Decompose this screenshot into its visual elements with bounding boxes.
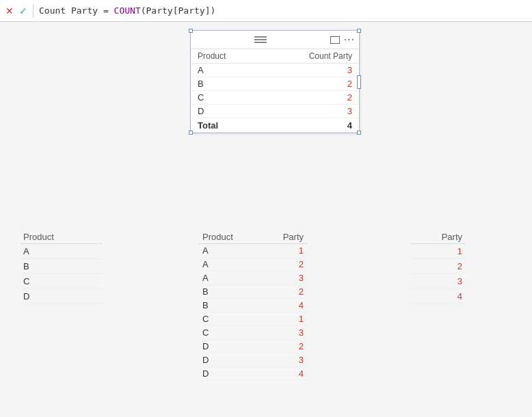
resize-handle-tr[interactable] — [357, 29, 361, 33]
list-item: 2 — [410, 259, 465, 274]
left-product-table: Product ABCD — [21, 230, 103, 304]
list-item: D2 — [198, 340, 308, 353]
confirm-icon[interactable]: ✓ — [19, 5, 27, 16]
more-options-icon[interactable]: ··· — [344, 33, 355, 46]
party-cell: 2 — [261, 258, 308, 271]
total-row: Total 4 — [191, 118, 359, 133]
resize-handle-tl[interactable] — [189, 29, 193, 33]
count-cell: 3 — [262, 105, 359, 118]
product-cell: B — [198, 299, 261, 312]
table-row: C2 — [191, 91, 359, 105]
party-cell: 4 — [261, 367, 308, 381]
product-cell: C — [191, 91, 262, 105]
cancel-icon[interactable]: ✕ — [5, 5, 14, 16]
expand-icon[interactable] — [330, 36, 340, 44]
main-content: ··· Product Count Party A3B2C2D3 Total 4 — [0, 22, 532, 417]
product-cell: C — [198, 312, 261, 326]
col-product-header: Product — [191, 49, 262, 64]
party-cell: 3 — [261, 326, 308, 340]
product-cell: A — [191, 64, 262, 77]
list-item: D3 — [198, 353, 308, 367]
list-item: 3 — [410, 274, 465, 289]
list-item: 4 — [410, 289, 465, 304]
list-item: B — [21, 259, 103, 274]
product-cell: B — [191, 77, 262, 91]
party-cell: 1 — [261, 244, 308, 258]
table-row: A3 — [191, 64, 359, 77]
data-table: Product Count Party A3B2C2D3 Total 4 — [191, 49, 359, 133]
party-cell: 2 — [261, 340, 308, 353]
formula-func: COUNT — [114, 5, 141, 16]
party-value: 2 — [410, 259, 465, 274]
party-value: 1 — [410, 244, 465, 259]
count-cell: 2 — [262, 91, 359, 105]
product-cell: C — [198, 326, 261, 340]
col-count-header: Count Party — [262, 49, 359, 64]
product-value: B — [21, 259, 103, 274]
formula-prefix: Count Party = — [39, 5, 114, 16]
resize-handle-bl[interactable] — [189, 131, 193, 135]
product-cell: B — [198, 285, 261, 299]
party-value: 3 — [410, 274, 465, 289]
list-item: D — [21, 289, 103, 304]
left-product-header: Product — [21, 230, 103, 244]
table-row: D3 — [191, 105, 359, 118]
list-item: D4 — [198, 367, 308, 381]
product-cell: D — [191, 105, 262, 118]
formula-bar-divider — [33, 4, 34, 18]
formula-bar: ✕ ✓ Count Party = COUNT(Party[Party]) — [0, 0, 532, 22]
product-value: D — [21, 289, 103, 304]
middle-product-header: Product — [198, 230, 261, 244]
total-label: Total — [191, 118, 262, 133]
formula-arg: (Party[Party]) — [141, 5, 216, 16]
count-cell: 2 — [262, 77, 359, 91]
count-cell: 3 — [262, 64, 359, 77]
list-item: C3 — [198, 326, 308, 340]
party-value: 4 — [410, 289, 465, 304]
list-item: A2 — [198, 258, 308, 271]
party-cell: 1 — [261, 312, 308, 326]
table-row: B2 — [191, 77, 359, 91]
party-cell: 3 — [261, 271, 308, 285]
middle-party-header: Party — [261, 230, 308, 244]
formula-text: Count Party = COUNT(Party[Party]) — [39, 5, 215, 16]
product-cell: D — [198, 340, 261, 353]
widget-menu-icon[interactable] — [254, 36, 267, 43]
product-cell: A — [198, 244, 261, 258]
list-item: A — [21, 244, 103, 259]
list-item: B4 — [198, 299, 308, 312]
middle-product-party-table: Product Party A1A2A3B2B4C1C3D2D3D4 — [198, 230, 308, 381]
widget-table: ··· Product Count Party A3B2C2D3 Total 4 — [190, 30, 360, 133]
party-cell: 4 — [261, 299, 308, 312]
list-item: 1 — [410, 244, 465, 259]
widget-header: ··· — [191, 31, 359, 49]
product-cell: D — [198, 353, 261, 367]
product-cell: A — [198, 271, 261, 285]
list-item: A1 — [198, 244, 308, 258]
product-cell: D — [198, 367, 261, 381]
list-item: C — [21, 274, 103, 289]
party-cell: 3 — [261, 353, 308, 367]
list-item: B2 — [198, 285, 308, 299]
total-value: 4 — [262, 118, 359, 133]
right-party-table: Party 1234 — [410, 230, 465, 304]
resize-handle-br[interactable] — [357, 131, 361, 135]
product-value: A — [21, 244, 103, 259]
list-item: C1 — [198, 312, 308, 326]
resize-handle-right[interactable] — [357, 75, 361, 89]
product-cell: A — [198, 258, 261, 271]
list-item: A3 — [198, 271, 308, 285]
product-value: C — [21, 274, 103, 289]
party-cell: 2 — [261, 285, 308, 299]
right-party-header: Party — [410, 230, 465, 244]
